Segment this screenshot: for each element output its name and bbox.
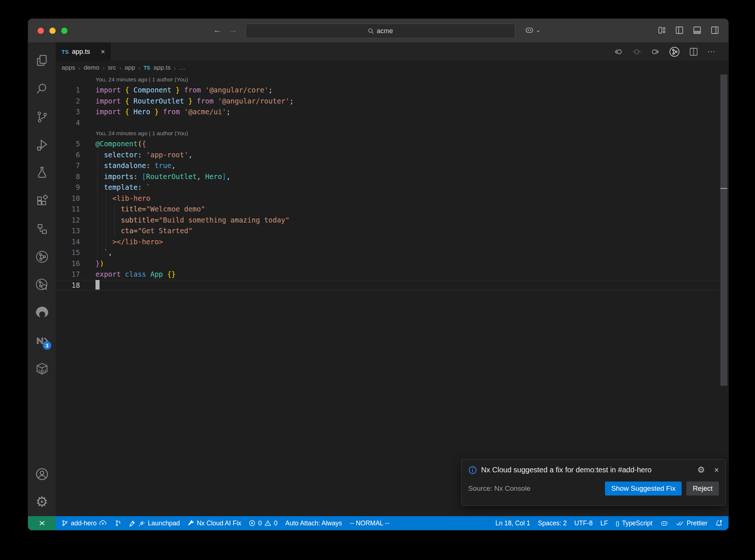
source-control-icon[interactable] bbox=[28, 103, 56, 131]
line-number: 11 bbox=[56, 204, 87, 215]
errors-icon bbox=[249, 520, 255, 526]
line-content: <lib-hero bbox=[87, 193, 728, 204]
next-change-icon[interactable] bbox=[650, 47, 660, 57]
line-number: 2 bbox=[56, 96, 87, 107]
nx-targets-status[interactable] bbox=[114, 520, 121, 526]
references-view-icon[interactable] bbox=[28, 215, 56, 243]
launchpad-status[interactable]: Launchpad bbox=[129, 519, 180, 527]
history-forward-icon[interactable]: → bbox=[227, 25, 239, 35]
line-content: selector: 'app-root', bbox=[87, 150, 728, 161]
git-branch-status[interactable]: add-hero bbox=[62, 519, 107, 527]
testing-icon[interactable] bbox=[28, 159, 56, 187]
code-line: 13 cta="Get Started" bbox=[56, 225, 728, 237]
extensions-icon[interactable] bbox=[28, 187, 56, 215]
toggle-secondary-sidebar-icon[interactable] bbox=[710, 25, 720, 35]
line-number: 8 bbox=[56, 171, 87, 182]
zoom-window-button[interactable] bbox=[61, 28, 67, 34]
breadcrumb-separator-icon: › bbox=[79, 65, 80, 71]
wrench-icon bbox=[188, 520, 194, 526]
notification-source: Source: Nx Console bbox=[468, 484, 605, 493]
indent-guide bbox=[97, 171, 98, 182]
current-change-icon[interactable] bbox=[632, 47, 642, 57]
line-number: 4 bbox=[56, 118, 87, 129]
code-line: 17export class App {} bbox=[56, 269, 728, 280]
previous-change-icon[interactable] bbox=[613, 47, 623, 57]
breadcrumb-separator-icon: › bbox=[102, 65, 104, 71]
notification-settings-icon[interactable]: ⚙ bbox=[697, 465, 705, 475]
notification-close-icon[interactable]: × bbox=[714, 465, 719, 475]
split-editor-icon[interactable] bbox=[689, 47, 699, 57]
copilot-status[interactable] bbox=[660, 519, 668, 527]
reject-button[interactable]: Reject bbox=[686, 482, 719, 496]
activity-bar: 3 ⚙ bbox=[28, 42, 56, 516]
publish-cloud-icon bbox=[99, 520, 107, 526]
breadcrumb-item[interactable]: demo bbox=[84, 64, 100, 71]
history-back-icon[interactable]: ← bbox=[212, 25, 223, 35]
minimize-window-button[interactable] bbox=[49, 28, 56, 34]
breadcrumb-item[interactable]: src bbox=[108, 64, 116, 71]
line-content: `, bbox=[87, 247, 728, 258]
line-number: 5 bbox=[56, 139, 87, 150]
container-tools-icon[interactable] bbox=[28, 355, 56, 383]
accounts-icon[interactable] bbox=[28, 461, 56, 487]
search-view-icon[interactable] bbox=[28, 75, 56, 103]
formatter-status[interactable]: Prettier bbox=[676, 519, 707, 527]
encoding-status[interactable]: UTF-8 bbox=[574, 519, 593, 527]
line-number: 3 bbox=[56, 106, 87, 118]
breadcrumb-symbol-more[interactable]: … bbox=[179, 64, 185, 71]
remote-indicator[interactable] bbox=[28, 516, 56, 530]
problems-status[interactable]: 0 0 bbox=[249, 519, 277, 527]
indent-guide bbox=[97, 237, 98, 248]
breadcrumb-separator-icon: › bbox=[174, 65, 176, 71]
nx-run-target-icon[interactable] bbox=[28, 243, 56, 271]
line-number: 7 bbox=[56, 160, 87, 171]
customize-layout-icon[interactable] bbox=[657, 25, 667, 35]
line-content: export class App {} bbox=[87, 269, 728, 280]
nx-run-file-icon[interactable] bbox=[669, 46, 680, 57]
nx-cloud-fix-status[interactable]: Nx Cloud AI Fix bbox=[188, 519, 241, 527]
settings-gear-icon[interactable]: ⚙ bbox=[28, 487, 56, 516]
bell-dot-icon bbox=[715, 519, 723, 527]
codelens-annotation[interactable]: You, 24 minutes ago | 1 author (You) bbox=[95, 74, 728, 85]
notification-title: Nx Cloud suggested a fix for demo:test i… bbox=[481, 466, 693, 474]
codelens-annotation[interactable]: You, 24 minutes ago | 1 author (You) bbox=[95, 128, 728, 139]
show-suggested-fix-button[interactable]: Show Suggested Fix bbox=[605, 482, 682, 496]
more-actions-icon[interactable]: ⋯ bbox=[707, 47, 716, 56]
language-mode-status[interactable]: {} TypeScript bbox=[616, 519, 653, 527]
notifications-bell[interactable] bbox=[715, 519, 723, 527]
vim-mode-status[interactable]: -- NORMAL -- bbox=[349, 519, 389, 527]
breadcrumb-item[interactable]: app bbox=[125, 64, 135, 71]
line-content: import { Hero } from '@acme/ui'; bbox=[87, 106, 728, 118]
close-window-button[interactable] bbox=[38, 28, 44, 34]
line-content: cta="Get Started" bbox=[87, 225, 728, 237]
command-center-search[interactable]: acme bbox=[246, 24, 515, 38]
code-editor[interactable]: You, 24 minutes ago | 1 author (You)1imp… bbox=[56, 74, 728, 516]
line-content: template: ` bbox=[87, 182, 728, 193]
info-icon bbox=[468, 466, 477, 475]
chevron-down-icon: ⌄ bbox=[536, 27, 540, 34]
copilot-menu[interactable]: ⌄ bbox=[525, 25, 540, 35]
typescript-file-icon: TS bbox=[143, 65, 150, 71]
breadcrumb-item[interactable]: apps bbox=[62, 64, 75, 71]
code-line: 18 bbox=[56, 280, 728, 291]
nx-console-icon[interactable]: 3 bbox=[28, 327, 56, 355]
close-tab-icon[interactable]: × bbox=[101, 48, 105, 56]
breadcrumb-item-file[interactable]: app.ts bbox=[153, 64, 170, 71]
line-number: 18 bbox=[56, 280, 87, 291]
indentation-status[interactable]: Spaces: 2 bbox=[538, 519, 567, 527]
rocket-icon bbox=[129, 520, 136, 527]
explorer-icon[interactable] bbox=[28, 47, 56, 75]
eol-status[interactable]: LF bbox=[600, 519, 608, 527]
edge-tools-icon[interactable] bbox=[28, 299, 56, 327]
toggle-panel-icon[interactable] bbox=[692, 25, 702, 35]
nx-cloud-icon[interactable] bbox=[28, 271, 56, 299]
tab-app-ts[interactable]: TS app.ts × bbox=[56, 42, 111, 61]
code-line: 4 bbox=[56, 118, 728, 129]
run-debug-icon[interactable] bbox=[28, 131, 56, 159]
indent-guide bbox=[97, 150, 98, 161]
indent-guide bbox=[106, 193, 106, 204]
cursor-position-status[interactable]: Ln 18, Col 1 bbox=[495, 519, 530, 527]
toggle-sidebar-icon[interactable] bbox=[675, 25, 684, 35]
auto-attach-status[interactable]: Auto Attach: Always bbox=[285, 519, 342, 527]
line-number: 9 bbox=[56, 182, 87, 193]
